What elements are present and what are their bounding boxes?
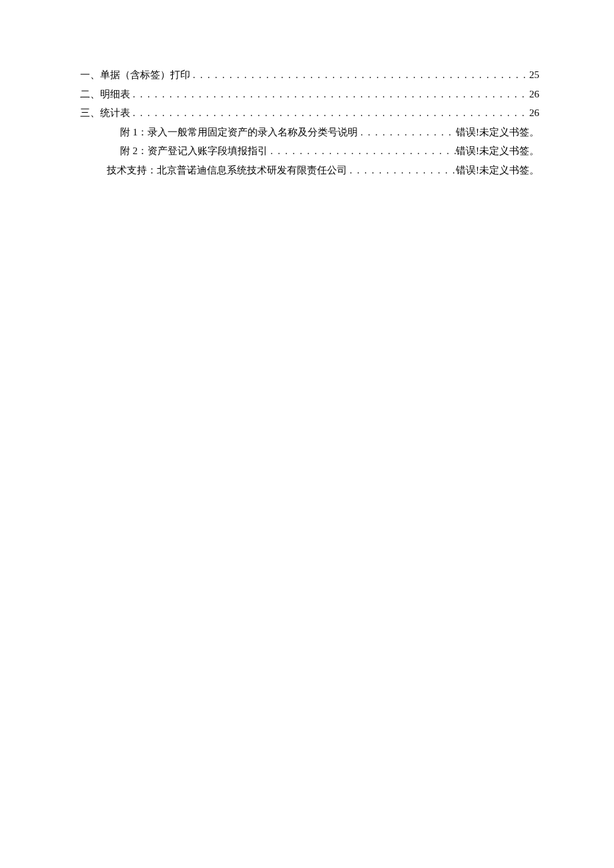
toc-entry-label: 一、单据（含标签）打印: [80, 65, 190, 85]
toc-entry-label: 附 1：录入一般常用固定资产的录入名称及分类号说明: [120, 123, 358, 142]
toc-entry: 技术支持：北京普诺迪信息系统技术研发有限责任公司 错误!未定义书签。: [80, 161, 539, 180]
toc-entry-label: 三、统计表: [80, 103, 130, 123]
toc-leader-dots: [190, 67, 529, 85]
toc-leader-dots: [130, 105, 529, 123]
toc-leader-dots: [130, 86, 529, 104]
toc-entry-page: 错误!未定义书签。: [456, 123, 539, 142]
toc-leader-dots: [358, 124, 456, 142]
toc-leader-dots: [268, 143, 456, 161]
toc-entry: 二、明细表 26: [80, 85, 539, 104]
toc-entry-label: 技术支持：北京普诺迪信息系统技术研发有限责任公司: [107, 161, 347, 180]
toc-entry-page: 25: [529, 65, 539, 85]
toc-entry-page: 26: [529, 85, 539, 104]
toc-entry-label: 附 2：资产登记入账字段填报指引: [120, 141, 268, 161]
toc-entry: 一、单据（含标签）打印 25: [80, 65, 539, 85]
toc-entry: 三、统计表 26: [80, 103, 539, 123]
toc-entry: 附 1：录入一般常用固定资产的录入名称及分类号说明 错误!未定义书签。: [80, 123, 539, 142]
toc-entry-label: 二、明细表: [80, 85, 130, 104]
table-of-contents: 一、单据（含标签）打印 25 二、明细表 26 三、统计表 26 附 1：录入一…: [80, 65, 539, 180]
toc-leader-dots: [347, 162, 456, 180]
toc-entry-page: 26: [529, 103, 539, 123]
toc-entry-page: 错误!未定义书签。: [456, 161, 539, 180]
toc-entry: 附 2：资产登记入账字段填报指引 错误!未定义书签。: [80, 141, 539, 161]
toc-entry-page: 错误!未定义书签。: [456, 141, 539, 161]
